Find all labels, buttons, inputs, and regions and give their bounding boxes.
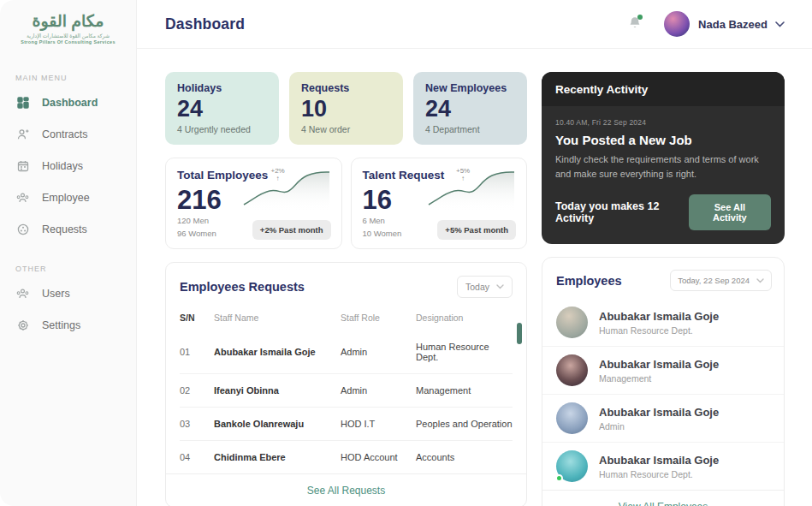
sidebar-item-label: Requests [42,223,87,235]
logo-arabic-title: مكام القوة [15,12,122,31]
stat-caption: 4 Urgently needed [177,124,267,134]
company-logo: مكام القوة شركة مكامن القوة للاستشارات ا… [15,12,122,45]
page-title: Dashboard [165,15,628,33]
employee-name: Abubakar Ismaila Goje [599,454,719,467]
date-filter-value: Today, 22 Sep 2024 [678,276,750,285]
left-column: Holidays 24 4 Urgently needed Requests 1… [165,72,527,506]
main-menu-label: MAIN MENU [15,74,136,82]
requests-wheel-icon [16,223,29,236]
table-row[interactable]: 04 Chidinma Ebere HOD Account Accounts [180,440,513,473]
column-header-designation: Designation [416,313,513,323]
employee-avatar [556,307,588,338]
column-header-staff-role: Staff Role [341,313,416,323]
main-content: Holidays 24 4 Urgently needed Requests 1… [137,49,812,506]
stat-cards-row: Holidays 24 4 Urgently needed Requests 1… [165,72,527,145]
employee-list-item[interactable]: Abubakar Ismaila Goje Human Resource Dep… [542,299,784,346]
stat-title: Requests [301,82,391,94]
talent-sparkline: +5% ↑ [427,167,516,211]
sparkline-trend-note: +2% ↑ [271,168,285,183]
stat-value: 24 [425,97,515,121]
dashboard-app: مكام القوة شركة مكامن القوة للاستشارات ا… [0,0,812,506]
metric-cards-row: Total Employees 216 +2% ↑ [165,158,527,249]
employees-panel-header: Employees Today, 22 Sep 2024 [542,258,784,299]
user-avatar[interactable] [664,11,690,37]
talent-request-card[interactable]: Talent Request 16 +5% ↑ [351,158,528,249]
employee-name: Abubakar Ismaila Goje [599,310,719,323]
sidebar-item-settings[interactable]: Settings [0,310,136,342]
employee-list-item[interactable]: Abubakar Ismaila Goje Management [542,346,784,394]
stat-caption: 4 Department [425,124,515,134]
logo-arabic-subtitle: شركة مكامن القوة للاستشارات الإدارية [15,33,122,39]
recently-activity-card: Recently Activity 10.40 AM, Fri 22 Sep 2… [542,72,785,244]
table-row[interactable]: 03 Bankole Olanrewaju HOD I.T Peoples an… [180,407,513,440]
table-column-headers: S/N Staff Name Staff Role Designation [180,306,513,330]
sidebar-item-users[interactable]: Users [0,278,136,310]
table-scrollbar[interactable] [517,323,522,344]
sparkline-trend-note: +5% ↑ [456,168,470,183]
chevron-down-icon [496,284,504,289]
contracts-person-add-icon [16,128,29,141]
sidebar-item-contracts[interactable]: Contracts [0,119,136,151]
employees-panel: Employees Today, 22 Sep 2024 Abubakar Is… [542,257,785,506]
employee-list-item[interactable]: Abubakar Ismaila Goje Human Resource Dep… [542,442,784,490]
users-group-icon [16,288,29,301]
stat-title: Holidays [177,82,267,94]
online-status-dot [555,474,563,482]
sidebar-item-holidays[interactable]: Holidays [0,151,136,182]
employees-sparkline: +2% ↑ [242,167,331,211]
stat-card-new-employees[interactable]: New Employees 24 4 Department [413,72,527,145]
sidebar-item-label: Dashboard [42,97,98,109]
stat-title: New Employees [425,82,515,94]
view-all-employees-link[interactable]: View All Employees [542,490,784,506]
notification-dot [637,15,643,20]
see-all-requests-link[interactable]: See All Requests [166,473,526,506]
sidebar-item-dashboard[interactable]: Dashboard [0,87,136,119]
stat-value: 24 [177,97,267,121]
gear-icon [16,319,29,332]
employee-role: Admin [599,421,719,432]
metric-bottom-row: 6 Men 10 Women +5% Past month [363,214,517,240]
sidebar-item-requests[interactable]: Requests [0,214,136,246]
trend-badge: +2% Past month [252,220,331,240]
table-filter-dropdown[interactable]: Today [457,276,513,298]
sidebar-item-label: Contracts [42,128,88,140]
metric-bottom-row: 120 Men 96 Women +2% Past month [177,214,331,240]
chevron-down-icon[interactable] [775,21,785,27]
employee-role: Management [599,373,719,384]
employee-name: Abubakar Ismaila Goje [599,358,719,371]
activity-body: 10.40 AM, Fri 22 Sep 2024 You Posted a N… [542,106,785,244]
activity-footer: Today you makes 12 Activity See All Acti… [555,194,771,230]
total-employees-card[interactable]: Total Employees 216 +2% ↑ [165,158,342,249]
employees-title: Employees [556,274,622,288]
right-column: Recently Activity 10.40 AM, Fri 22 Sep 2… [542,72,785,506]
trend-badge: +5% Past month [437,220,516,240]
employee-name: Abubakar Ismaila Goje [599,406,719,419]
stat-card-requests[interactable]: Requests 10 4 New order [289,72,403,145]
table-row[interactable]: 02 Ifeanyi Obinna Admin Management [180,373,513,407]
employees-requests-card: Employees Requests Today S/N Staff Name … [165,262,527,506]
sidebar: مكام القوة شركة مكامن القوة للاستشارات ا… [0,0,137,506]
employee-avatar [556,402,588,434]
table-title: Employees Requests [180,280,305,294]
logo-english-subtitle: Strong Pillars Of Consulting Services [15,39,122,45]
see-all-activity-button[interactable]: See All Activity [689,194,771,230]
activity-description: Kindly check the requirements and terms … [555,152,761,181]
activity-count: Today you makes 12 Activity [555,200,689,224]
stat-caption: 4 New order [301,124,391,134]
stat-card-holidays[interactable]: Holidays 24 4 Urgently needed [165,72,279,145]
calendar-icon [16,160,29,173]
table-header-bar: Employees Requests Today [166,263,526,306]
chevron-down-icon [756,278,764,283]
employee-list-item[interactable]: Abubakar Ismaila Goje Admin [542,394,784,442]
other-menu-label: OTHER [15,265,136,273]
gender-breakdown: 6 Men 10 Women [363,214,402,240]
sidebar-item-label: Employee [42,192,90,204]
employee-avatar [556,354,588,386]
notifications-button[interactable] [628,15,642,33]
activity-timestamp: 10.40 AM, Fri 22 Sep 2024 [555,118,771,127]
employee-avatar [556,450,588,482]
employee-group-icon [16,192,29,205]
sidebar-item-employee[interactable]: Employee [0,182,136,214]
table-row[interactable]: 01 Abubakar Ismaila Goje Admin Human Res… [180,330,513,373]
employees-date-dropdown[interactable]: Today, 22 Sep 2024 [670,270,772,291]
